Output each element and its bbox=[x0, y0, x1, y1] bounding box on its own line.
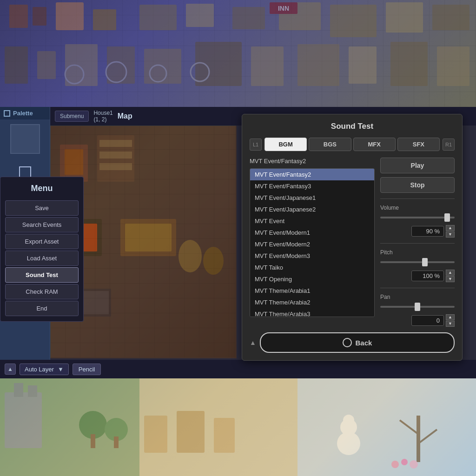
svg-point-41 bbox=[203, 247, 224, 275]
pitch-value: 100 % bbox=[411, 271, 444, 281]
track-item[interactable]: MVT Event/Fantasy2 bbox=[250, 169, 374, 180]
back-label: Back bbox=[356, 339, 372, 347]
chevron-down-icon: ▼ bbox=[58, 366, 64, 373]
divider-1 bbox=[380, 198, 455, 199]
pan-value-row: 0 ▲ ▼ bbox=[380, 314, 455, 327]
track-item[interactable]: MVT Theme/Arabia3 bbox=[250, 308, 374, 317]
back-btn-row: ▲ Back bbox=[250, 332, 455, 353]
pitch-up-button[interactable]: ▲ bbox=[446, 270, 455, 276]
svg-rect-1 bbox=[33, 7, 46, 26]
track-item[interactable]: MVT Event bbox=[250, 215, 374, 227]
track-item[interactable]: MVT Event/Japanese2 bbox=[250, 204, 374, 215]
track-item[interactable]: MVT Event/Modern1 bbox=[250, 227, 374, 238]
svg-rect-18 bbox=[298, 44, 339, 86]
pan-label: Pan bbox=[380, 294, 455, 300]
layer-triangle-icon[interactable]: ▲ bbox=[5, 364, 16, 375]
svg-rect-20 bbox=[390, 42, 428, 86]
palette-header: Palette bbox=[0, 107, 50, 119]
svg-rect-11 bbox=[5, 46, 28, 84]
tab-sfx[interactable]: SFX bbox=[397, 138, 440, 151]
svg-rect-0 bbox=[9, 5, 28, 28]
save-button[interactable]: Save bbox=[5, 200, 79, 216]
track-item[interactable]: MVT Event/Fantasy3 bbox=[250, 180, 374, 192]
svg-text:INN: INN bbox=[278, 5, 289, 12]
pencil-button[interactable]: Pencil bbox=[73, 364, 101, 375]
pan-up-button[interactable]: ▲ bbox=[446, 314, 455, 320]
back-triangle-icon: ▲ bbox=[250, 339, 256, 346]
play-button[interactable]: Play bbox=[380, 158, 455, 173]
menu-title: Menu bbox=[0, 181, 83, 199]
svg-point-63 bbox=[391, 461, 399, 468]
svg-rect-6 bbox=[232, 7, 265, 29]
svg-rect-4 bbox=[139, 5, 177, 30]
volume-stepper[interactable]: ▲ ▼ bbox=[446, 225, 455, 238]
track-item[interactable]: MVT Event/Japanese1 bbox=[250, 192, 374, 204]
svg-rect-31 bbox=[65, 149, 83, 175]
svg-rect-8 bbox=[330, 5, 377, 37]
menu-panel: Menu Save Search Events Export Asset Loa… bbox=[0, 177, 84, 322]
svg-rect-53 bbox=[114, 436, 119, 448]
back-circle-icon bbox=[343, 338, 352, 347]
l1-button[interactable]: L1 bbox=[250, 139, 262, 151]
pitch-stepper[interactable]: ▲ ▼ bbox=[446, 270, 455, 282]
back-button[interactable]: Back bbox=[260, 332, 455, 353]
stop-button[interactable]: Stop bbox=[380, 177, 455, 193]
track-item[interactable]: MVT Event/Modern3 bbox=[250, 250, 374, 262]
svg-rect-9 bbox=[386, 2, 423, 33]
svg-rect-56 bbox=[214, 418, 235, 453]
palette-icon bbox=[4, 110, 10, 117]
tab-bgm[interactable]: BGM bbox=[264, 138, 307, 151]
pitch-label: Pitch bbox=[380, 249, 455, 256]
track-item[interactable]: MVT Theme/Arabia2 bbox=[250, 297, 374, 308]
volume-label: Volume bbox=[380, 205, 455, 211]
pitch-slider[interactable] bbox=[380, 261, 455, 263]
pan-stepper[interactable]: ▲ ▼ bbox=[446, 314, 455, 327]
sound-test-dialog: Sound Test L1 BGM BGS MFX SFX R1 MVT Eve… bbox=[242, 114, 463, 361]
bottom-toolbar: ▲ Auto Layer ▼ Pencil bbox=[0, 360, 476, 378]
divider-3 bbox=[380, 288, 455, 288]
track-item[interactable]: MVT Theme/Arabia1 bbox=[250, 285, 374, 297]
svg-rect-48 bbox=[14, 383, 23, 397]
pitch-value-row: 100 % ▲ ▼ bbox=[380, 270, 455, 282]
svg-rect-17 bbox=[251, 46, 284, 86]
r1-button[interactable]: R1 bbox=[443, 139, 455, 151]
palette-preview[interactable] bbox=[10, 124, 40, 154]
svg-rect-16 bbox=[195, 42, 242, 86]
sound-test-button[interactable]: Sound Test bbox=[5, 267, 79, 283]
track-item[interactable]: MVT Taiko bbox=[250, 262, 374, 273]
track-list[interactable]: MVT Event/Fantasy2MVT Event/Fantasy3MVT … bbox=[250, 168, 375, 317]
pitch-down-button[interactable]: ▼ bbox=[446, 276, 455, 282]
left-section: MVT Event/Fantasy2 MVT Event/Fantasy2MVT… bbox=[250, 158, 375, 327]
tab-mfx[interactable]: MFX bbox=[353, 138, 396, 151]
submenu-button[interactable]: Submenu bbox=[55, 111, 89, 122]
pan-slider[interactable] bbox=[380, 306, 455, 308]
load-asset-button[interactable]: Load Asset bbox=[5, 251, 79, 266]
svg-rect-55 bbox=[177, 411, 205, 453]
end-button[interactable]: End bbox=[5, 301, 79, 316]
volume-slider[interactable] bbox=[380, 217, 455, 218]
background-bottom bbox=[0, 378, 476, 476]
svg-rect-35 bbox=[99, 163, 132, 170]
volume-up-button[interactable]: ▲ bbox=[446, 225, 455, 231]
tab-bgs[interactable]: BGS bbox=[309, 138, 351, 151]
svg-rect-39 bbox=[125, 224, 172, 251]
layer-dropdown[interactable]: Auto Layer ▼ bbox=[20, 364, 69, 375]
check-ram-button[interactable]: Check RAM bbox=[5, 284, 79, 299]
map-title: Map bbox=[118, 112, 132, 120]
export-asset-button[interactable]: Export Asset bbox=[5, 234, 79, 249]
svg-rect-19 bbox=[349, 46, 377, 84]
palette-label: Palette bbox=[13, 110, 33, 117]
svg-rect-12 bbox=[37, 51, 56, 79]
track-item[interactable]: MVT Opening bbox=[250, 273, 374, 285]
pan-value: 0 bbox=[411, 315, 444, 326]
svg-point-59 bbox=[343, 415, 354, 426]
svg-rect-10 bbox=[432, 5, 469, 30]
background-top: INN bbox=[0, 0, 476, 107]
selected-track-label: MVT Event/Fantasy2 bbox=[250, 158, 375, 165]
svg-rect-49 bbox=[28, 385, 37, 397]
pan-down-button[interactable]: ▼ bbox=[446, 321, 455, 327]
volume-down-button[interactable]: ▼ bbox=[446, 231, 455, 238]
search-events-button[interactable]: Search Events bbox=[5, 217, 79, 232]
svg-rect-34 bbox=[99, 152, 132, 159]
track-item[interactable]: MVT Event/Modern2 bbox=[250, 238, 374, 250]
